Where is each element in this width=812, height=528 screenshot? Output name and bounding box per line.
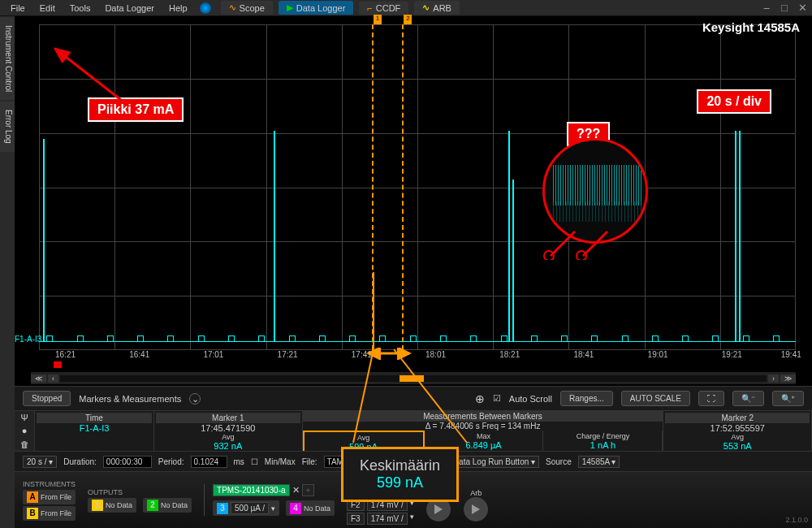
trace-name: F1-A-I3 bbox=[37, 423, 152, 433]
waveform-trace bbox=[39, 326, 796, 342]
minmax-check[interactable]: ☐ bbox=[251, 457, 258, 466]
tab-datalogger[interactable]: ▶Data Logger bbox=[279, 1, 354, 15]
zoom-out-icon[interactable]: 🔍⁻ bbox=[732, 391, 764, 406]
range-marker-left[interactable] bbox=[54, 361, 62, 368]
output-1[interactable]: 1No Data bbox=[88, 498, 136, 513]
time-axis: 16:21 16:41 17:01 17:21 17:41 18:01 18:2… bbox=[55, 350, 796, 370]
tab-add[interactable]: + bbox=[302, 484, 315, 496]
callout-value: 599 nA bbox=[360, 474, 440, 491]
trigger-dropdown[interactable]: Data Log Run Button ▾ bbox=[449, 456, 539, 468]
marker1-avg: 932 nA bbox=[156, 441, 300, 451]
instruments-header: INSTRUMENTS bbox=[23, 480, 76, 488]
status-stopped[interactable]: Stopped bbox=[23, 391, 71, 406]
minimize-icon[interactable]: ‒ bbox=[761, 2, 772, 14]
svg-point-4 bbox=[544, 251, 554, 260]
side-tab-errorlog[interactable]: Error Log bbox=[0, 102, 15, 152]
tab-close-icon[interactable]: ✕ bbox=[292, 485, 300, 496]
menu-tools[interactable]: Tools bbox=[63, 2, 97, 15]
menu-edit[interactable]: Edit bbox=[33, 2, 62, 15]
measurements-panel: Ψ ● 🗑 Time F1-A-I3 Marker 1 17:45.471590… bbox=[15, 410, 812, 451]
scroll-first[interactable]: ≪ bbox=[31, 374, 46, 383]
menu-help[interactable]: Help bbox=[162, 2, 194, 15]
annotation-timediv: 20 s / div bbox=[697, 89, 771, 114]
close-icon[interactable]: ✕ bbox=[797, 2, 808, 14]
marker2-time: 17:52.955597 bbox=[665, 423, 810, 433]
svg-point-5 bbox=[577, 251, 586, 260]
avg-callout: Keskimäärin 599 nA bbox=[341, 447, 459, 502]
period-input[interactable] bbox=[191, 456, 227, 468]
brand-label: Keysight 14585A bbox=[702, 20, 800, 34]
output-3[interactable]: 3500 µA /▾ bbox=[213, 500, 279, 516]
menu-datalogger[interactable]: Data Logger bbox=[98, 2, 161, 15]
time-header: Time bbox=[37, 413, 152, 423]
info-icon[interactable] bbox=[200, 2, 211, 14]
marker-1-line[interactable]: 1 bbox=[372, 24, 374, 350]
side-tab-instrument[interactable]: Instrument Control bbox=[0, 17, 15, 100]
marker2-avg: 553 nA bbox=[665, 441, 810, 451]
time-scrollbar[interactable]: ≪ ‹ › ≫ bbox=[31, 372, 796, 384]
scroll-thumb[interactable] bbox=[400, 375, 424, 382]
between-header: Measurements Between Markers bbox=[303, 411, 663, 422]
output-2[interactable]: 2No Data bbox=[143, 498, 192, 513]
duration-input[interactable] bbox=[103, 456, 152, 468]
marker1-header: Marker 1 bbox=[156, 413, 300, 423]
tab-tpms[interactable]: TPMS-20141030-a bbox=[213, 484, 290, 496]
tab-arb[interactable]: ∿ARB bbox=[414, 1, 460, 15]
marker1-avg-label: Avg bbox=[156, 433, 300, 441]
marker1-time: 17:45.471590 bbox=[156, 423, 300, 433]
markers-toolbar: Stopped Markers & Measurements ⌄ ⊕ ☑ Aut… bbox=[15, 386, 812, 410]
tab-ccdf[interactable]: ⌐CCDF bbox=[359, 2, 408, 15]
autoscroll-label: Auto Scroll bbox=[509, 394, 552, 404]
f3-range[interactable]: 174 mV / bbox=[367, 513, 408, 525]
callout-label: Keskimäärin bbox=[360, 457, 440, 474]
outputs-header: OUTPUTS bbox=[88, 488, 192, 496]
meas-settings-icon[interactable]: ● bbox=[22, 426, 28, 435]
instrument-b[interactable]: BFrom File bbox=[23, 506, 76, 521]
source-dropdown[interactable]: 14585A ▾ bbox=[578, 456, 620, 468]
marker2-header: Marker 2 bbox=[665, 413, 810, 423]
menu-file[interactable]: File bbox=[4, 2, 32, 15]
annotation-peak: Piikki 37 mA bbox=[88, 97, 184, 122]
charge-value: 1 nA h bbox=[545, 440, 660, 450]
zoom-inset bbox=[542, 138, 648, 244]
trace-label: F1-A-I3 bbox=[15, 335, 41, 344]
output-4[interactable]: 4No Data bbox=[286, 500, 335, 516]
scroll-prev[interactable]: ‹ bbox=[48, 374, 58, 383]
version-label: 2.1.0.0 bbox=[785, 516, 808, 524]
markers-label: Markers & Measurements bbox=[79, 394, 181, 404]
scroll-next[interactable]: › bbox=[768, 374, 779, 383]
zoom-fit-icon[interactable]: ⛶ bbox=[698, 391, 724, 406]
meas-trash-icon[interactable]: 🗑 bbox=[20, 439, 29, 449]
zoom-in-icon[interactable]: 🔍⁺ bbox=[772, 391, 804, 406]
marker-1-flag[interactable]: 1 bbox=[374, 15, 382, 24]
between-delta: Δ = 7.484006 s Freq = 134 mHz bbox=[303, 422, 663, 431]
left-sidebar: Instrument Control Error Log bbox=[0, 16, 15, 528]
marker-2-line[interactable]: 2 bbox=[402, 24, 404, 350]
ranges-button[interactable]: Ranges... bbox=[560, 391, 613, 406]
tab-scope[interactable]: ∿Scope bbox=[221, 1, 273, 15]
plot-area[interactable]: 1 2 // draw repeating small pulses (func… bbox=[39, 24, 796, 350]
maximize-icon[interactable]: □ bbox=[779, 2, 790, 14]
menu-bar: File Edit Tools Data Logger Help ∿Scope … bbox=[0, 0, 812, 16]
timescale-dropdown[interactable]: 20 s / ▾ bbox=[23, 456, 57, 468]
scroll-last[interactable]: ≫ bbox=[780, 374, 796, 383]
scroll-track[interactable] bbox=[60, 375, 767, 382]
arb-run-button[interactable] bbox=[464, 497, 488, 522]
autoscroll-check[interactable]: ☑ bbox=[493, 393, 501, 404]
chevron-down-icon[interactable]: ⌄ bbox=[189, 393, 201, 405]
instrument-a[interactable]: AFrom File bbox=[23, 490, 76, 504]
marker-2-flag[interactable]: 2 bbox=[404, 15, 412, 24]
add-icon[interactable]: ⊕ bbox=[475, 392, 485, 405]
meas-tool-icon[interactable]: Ψ bbox=[20, 413, 28, 422]
autoscale-button[interactable]: AUTO SCALE bbox=[621, 391, 690, 406]
